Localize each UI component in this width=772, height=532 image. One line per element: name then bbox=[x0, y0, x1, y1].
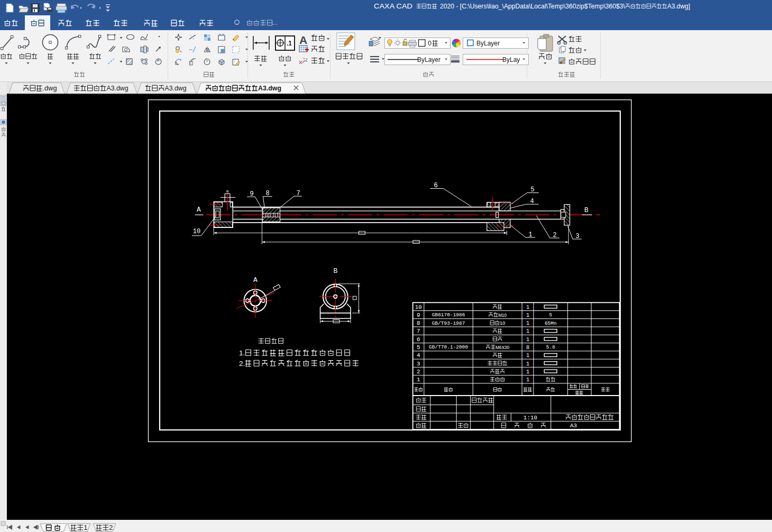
svg-text:Y x: Y x bbox=[303, 57, 308, 60]
svg-text:1: 1 bbox=[526, 320, 529, 326]
svg-text:A3.dwg]: A3.dwg] bbox=[667, 3, 690, 10]
svg-text:5: 5 bbox=[549, 312, 552, 318]
svg-text:A3.dwg: A3.dwg bbox=[107, 85, 128, 92]
svg-text:9: 9 bbox=[417, 312, 420, 318]
svg-text:ByLayer: ByLayer bbox=[476, 40, 500, 47]
svg-text:3: 3 bbox=[417, 361, 420, 367]
svg-text:1: 1 bbox=[526, 361, 529, 367]
svg-text:M6X30: M6X30 bbox=[495, 344, 509, 350]
svg-text:10: 10 bbox=[415, 304, 422, 310]
svg-text:A3: A3 bbox=[570, 423, 577, 429]
svg-text:A: A bbox=[253, 276, 258, 284]
svg-text:10: 10 bbox=[500, 320, 505, 326]
svg-text:B: B bbox=[584, 206, 589, 214]
svg-text:1: 1 bbox=[526, 336, 529, 343]
svg-text:65Mn: 65Mn bbox=[545, 320, 557, 326]
svg-text:5: 5 bbox=[417, 344, 420, 351]
svg-text:10: 10 bbox=[193, 228, 200, 235]
svg-text:1: 1 bbox=[526, 369, 529, 375]
svg-text:1: 1 bbox=[526, 328, 529, 334]
svg-text:0: 0 bbox=[428, 40, 431, 47]
svg-text:GB6170-1986: GB6170-1986 bbox=[432, 312, 465, 318]
svg-text:CAXA CAD: CAXA CAD bbox=[374, 3, 412, 10]
svg-text:1: 1 bbox=[526, 304, 529, 310]
svg-text:GB/T70.1-2000: GB/T70.1-2000 bbox=[429, 344, 468, 350]
svg-text:A: A bbox=[299, 34, 307, 46]
svg-text:1: 1 bbox=[526, 352, 529, 359]
svg-text:4: 4 bbox=[530, 198, 534, 205]
svg-text:2: 2 bbox=[109, 524, 113, 531]
svg-text:7: 7 bbox=[417, 328, 420, 334]
svg-text:2.: 2. bbox=[239, 360, 245, 368]
svg-text:...: ... bbox=[272, 19, 278, 26]
svg-text:2020 - [C:\Users\liao_\AppData: 2020 - [C:\Users\liao_\AppData\Local\Tem… bbox=[440, 3, 626, 10]
svg-text:M10: M10 bbox=[498, 312, 507, 318]
svg-text:7: 7 bbox=[296, 190, 300, 197]
svg-text:ByLay: ByLay bbox=[502, 56, 520, 63]
svg-text:B: B bbox=[333, 267, 337, 275]
svg-text:3: 3 bbox=[575, 233, 579, 240]
svg-text:2: 2 bbox=[417, 369, 420, 375]
svg-text:1: 1 bbox=[528, 231, 532, 239]
svg-text:2: 2 bbox=[553, 232, 556, 239]
svg-text:4: 4 bbox=[417, 352, 420, 359]
svg-text:A3.dwg: A3.dwg bbox=[258, 85, 281, 92]
svg-text:1.: 1. bbox=[239, 349, 245, 357]
svg-text:.dwg: .dwg bbox=[43, 85, 57, 92]
svg-text:m: m bbox=[226, 189, 228, 194]
svg-text:6: 6 bbox=[434, 182, 437, 189]
svg-text:1: 1 bbox=[526, 377, 529, 383]
svg-text:1: 1 bbox=[84, 524, 88, 531]
svg-text:1: 1 bbox=[417, 377, 420, 383]
svg-text:1:10: 1:10 bbox=[523, 415, 537, 421]
svg-text:6: 6 bbox=[417, 336, 420, 343]
svg-text:GB/T93-1987: GB/T93-1987 bbox=[432, 320, 465, 326]
svg-text:A3.dwg: A3.dwg bbox=[165, 85, 187, 92]
svg-text:A: A bbox=[197, 206, 201, 214]
svg-text:ByLayer: ByLayer bbox=[417, 56, 440, 63]
svg-text:9: 9 bbox=[250, 190, 253, 198]
svg-text:.1: .1 bbox=[287, 40, 292, 47]
svg-text:1: 1 bbox=[526, 312, 529, 318]
svg-text:8: 8 bbox=[417, 320, 420, 326]
svg-text:8: 8 bbox=[526, 344, 529, 351]
svg-text:5: 5 bbox=[530, 186, 534, 194]
svg-text:5.8: 5.8 bbox=[546, 344, 555, 350]
svg-text:A: A bbox=[157, 58, 160, 62]
